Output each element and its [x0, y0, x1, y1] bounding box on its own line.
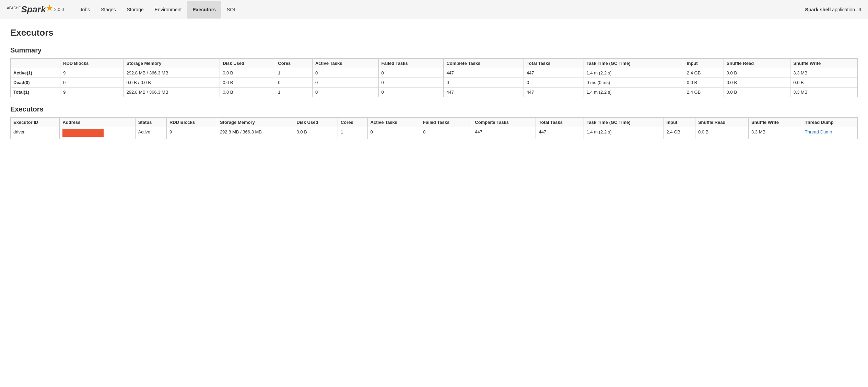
summary-row-dead: Dead(0) 0 0.0 B / 0.0 B 0.0 B 0 0 0 0 0 … [11, 78, 858, 87]
summary-active-label: Active(1) [11, 68, 60, 78]
exec-col-failed-tasks: Failed Tasks [420, 118, 472, 127]
summary-total-shuffle-read: 0.0 B [724, 87, 790, 97]
spark-name: Spark [21, 4, 46, 15]
nav-executors[interactable]: Executors [187, 1, 221, 19]
redacted-address [62, 129, 104, 137]
summary-total-storage: 292.8 MB / 366.3 MB [124, 87, 220, 97]
summary-dead-label: Dead(0) [11, 78, 60, 87]
summary-total-active-tasks: 0 [312, 87, 378, 97]
summary-dead-input: 0.0 B [684, 78, 724, 87]
exec-driver-cores: 1 [338, 127, 367, 139]
summary-dead-shuffle-write: 0.0 B [790, 78, 858, 87]
summary-total-total: 447 [524, 87, 584, 97]
exec-col-task-time: Task Time (GC Time) [584, 118, 664, 127]
summary-col-complete-tasks: Complete Tasks [444, 59, 524, 68]
summary-active-active-tasks: 0 [312, 68, 378, 78]
exec-col-storage-memory: Storage Memory [217, 118, 294, 127]
summary-total-label: Total(1) [11, 87, 60, 97]
exec-col-shuffle-write: Shuffle Write [749, 118, 802, 127]
summary-col-storage-memory: Storage Memory [124, 59, 220, 68]
app-name: Spark shell [805, 7, 831, 12]
exec-driver-active-tasks: 0 [367, 127, 420, 139]
summary-col-input: Input [684, 59, 724, 68]
summary-active-rdd: 9 [60, 68, 124, 78]
exec-col-complete-tasks: Complete Tasks [472, 118, 536, 127]
summary-dead-storage: 0.0 B / 0.0 B [124, 78, 220, 87]
exec-driver-failed: 0 [420, 127, 472, 139]
exec-col-shuffle-read: Shuffle Read [695, 118, 748, 127]
summary-active-storage: 292.8 MB / 366.3 MB [124, 68, 220, 78]
navbar: APACHESpark★ 2.0.0 Jobs Stages Storage E… [0, 0, 868, 19]
spark-version: 2.0.0 [54, 7, 64, 12]
summary-col-total-tasks: Total Tasks [524, 59, 584, 68]
executors-table: Executor ID Address Status RDD Blocks St… [10, 117, 858, 139]
summary-total-rdd: 9 [60, 87, 124, 97]
summary-total-failed: 0 [378, 87, 444, 97]
summary-dead-cores: 0 [275, 78, 313, 87]
summary-total-input: 2.4 GB [684, 87, 724, 97]
nav-storage[interactable]: Storage [121, 1, 149, 19]
exec-driver-status: Active [135, 127, 166, 139]
summary-col-task-time: Task Time (GC Time) [584, 59, 684, 68]
executors-header-row: Executor ID Address Status RDD Blocks St… [11, 118, 858, 127]
app-label: application UI [832, 7, 861, 12]
exec-driver-shuffle-read: 0.0 B [695, 127, 748, 139]
summary-active-disk: 0.0 B [220, 68, 275, 78]
summary-row-active: Active(1) 9 292.8 MB / 366.3 MB 0.0 B 1 … [11, 68, 858, 78]
summary-active-tasktime: 1.4 m (2.2 s) [584, 68, 684, 78]
summary-col-shuffle-read: Shuffle Read [724, 59, 790, 68]
exec-driver-rdd: 9 [166, 127, 217, 139]
executor-row-driver: driver Active 9 292.8 MB / 366.3 MB 0.0 … [11, 127, 858, 139]
exec-driver-address [60, 127, 135, 139]
summary-header-row: RDD Blocks Storage Memory Disk Used Core… [11, 59, 858, 68]
summary-active-failed: 0 [378, 68, 444, 78]
page-title: Executors [10, 27, 858, 38]
summary-row-total: Total(1) 9 292.8 MB / 366.3 MB 0.0 B 1 0… [11, 87, 858, 97]
apache-label: APACHE [7, 6, 21, 10]
summary-total-cores: 1 [275, 87, 313, 97]
exec-col-disk-used: Disk Used [294, 118, 338, 127]
nav-stages[interactable]: Stages [95, 1, 121, 19]
exec-driver-tasktime: 1.4 m (2.2 s) [584, 127, 664, 139]
summary-active-cores: 1 [275, 68, 313, 78]
exec-col-status: Status [135, 118, 166, 127]
summary-col-disk-used: Disk Used [220, 59, 275, 68]
summary-col-cores: Cores [275, 59, 313, 68]
exec-driver-thread-dump[interactable]: Thread Dump [802, 127, 857, 139]
exec-driver-complete: 447 [472, 127, 536, 139]
summary-dead-rdd: 0 [60, 78, 124, 87]
nav-environment[interactable]: Environment [149, 1, 187, 19]
exec-col-id: Executor ID [11, 118, 60, 127]
summary-col-rdd-blocks: RDD Blocks [60, 59, 124, 68]
nav-jobs[interactable]: Jobs [74, 1, 96, 19]
summary-col-active-tasks: Active Tasks [312, 59, 378, 68]
exec-driver-input: 2.4 GB [664, 127, 695, 139]
summary-dead-failed: 0 [378, 78, 444, 87]
exec-driver-id: driver [11, 127, 60, 139]
summary-active-shuffle-read: 0.0 B [724, 68, 790, 78]
main-content: Executors Summary RDD Blocks Storage Mem… [0, 19, 868, 151]
spark-logo: APACHESpark★ [7, 4, 53, 15]
nav-links: Jobs Stages Storage Environment Executor… [74, 1, 242, 19]
executors-heading: Executors [10, 105, 858, 113]
app-info: Spark shell application UI [805, 7, 861, 12]
exec-driver-disk: 0.0 B [294, 127, 338, 139]
summary-total-disk: 0.0 B [220, 87, 275, 97]
summary-total-tasktime: 1.4 m (2.2 s) [584, 87, 684, 97]
summary-active-input: 2.4 GB [684, 68, 724, 78]
thread-dump-link[interactable]: Thread Dump [805, 129, 832, 134]
exec-col-cores: Cores [338, 118, 367, 127]
nav-sql[interactable]: SQL [221, 1, 242, 19]
exec-driver-shuffle-write: 3.3 MB [749, 127, 802, 139]
summary-dead-total: 0 [524, 78, 584, 87]
exec-driver-total: 447 [536, 127, 584, 139]
brand-link[interactable]: APACHESpark★ 2.0.0 [7, 4, 64, 15]
exec-col-active-tasks: Active Tasks [367, 118, 420, 127]
summary-heading: Summary [10, 46, 858, 54]
summary-active-total: 447 [524, 68, 584, 78]
summary-active-complete: 447 [444, 68, 524, 78]
summary-dead-tasktime: 0 ms (0 ms) [584, 78, 684, 87]
summary-total-shuffle-write: 3.3 MB [790, 87, 858, 97]
summary-active-shuffle-write: 3.3 MB [790, 68, 858, 78]
summary-table: RDD Blocks Storage Memory Disk Used Core… [10, 58, 858, 97]
